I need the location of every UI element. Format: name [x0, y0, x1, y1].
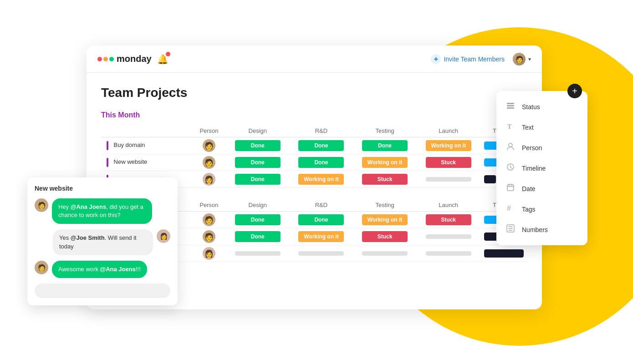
- chat-bubble: Yes @Joe Smith. Will send it today: [53, 229, 153, 255]
- row-person: 🧑: [192, 137, 226, 154]
- row-person: 👩: [192, 171, 226, 188]
- status-badge-launch: Working on it: [426, 140, 471, 151]
- status-badge-testing: [362, 251, 408, 256]
- chat-messages: 🧑 Hey @Ana Joens, did you get a chance t…: [35, 198, 170, 278]
- text-icon: T: [505, 121, 516, 133]
- col-launch: Launch: [417, 125, 480, 137]
- user-avatar-face: 🧑: [513, 53, 526, 66]
- row-timeline: [480, 245, 527, 262]
- logo-dot-red: [97, 57, 102, 61]
- row-indicator: [107, 158, 108, 167]
- svg-text:#: #: [507, 204, 511, 212]
- col2-design: Design: [226, 199, 290, 212]
- chat-bubble: Awesome work @Ana Joens!!!: [52, 261, 147, 278]
- chevron-down-icon: ▾: [528, 56, 531, 62]
- row-launch: Stuck: [417, 154, 480, 171]
- row-rd: Done: [290, 137, 353, 154]
- col-testing: Testing: [353, 125, 417, 137]
- row-rd: Working on it: [290, 228, 353, 245]
- chat-panel: New website 🧑 Hey @Ana Joens, did you ge…: [27, 177, 178, 305]
- row-design: Done: [226, 171, 290, 188]
- invite-label: Invite Team Members: [444, 56, 505, 63]
- monday-logo: monday: [97, 54, 152, 64]
- bell-icon-wrap[interactable]: 🔔: [157, 54, 168, 65]
- row-testing: Done: [353, 137, 417, 154]
- col2-launch: Launch: [417, 199, 480, 212]
- status-badge-rd: Done: [298, 140, 344, 151]
- svg-text:T: T: [507, 123, 512, 130]
- row-design: Done: [226, 137, 290, 154]
- row-launch: Working on it: [417, 137, 480, 154]
- svg-rect-2: [507, 107, 514, 109]
- row-person: 👩: [192, 245, 226, 262]
- row-rd: [290, 245, 353, 262]
- chat-avatar: 🧑: [35, 198, 48, 212]
- chat-message: 🧑 Awesome work @Ana Joens!!!: [35, 261, 170, 278]
- logo-area: monday 🔔: [97, 54, 168, 65]
- person-avatar: 👩: [203, 173, 215, 186]
- svg-point-4: [509, 143, 512, 147]
- bell-badge: [166, 52, 170, 56]
- table-header-row: Person Design R&D Testing Launch Timelin…: [101, 125, 527, 137]
- date-icon: [505, 183, 516, 194]
- row-rd: Working on it: [290, 171, 353, 188]
- menu-item-text[interactable]: T Text: [496, 117, 587, 137]
- row-design: Done: [226, 212, 290, 228]
- menu-label-person: Person: [522, 144, 542, 152]
- timeline-icon: [505, 162, 516, 174]
- person-icon: [505, 142, 516, 153]
- status-badge-design: Done: [235, 214, 281, 225]
- col2-person: Person: [192, 199, 226, 212]
- row-launch: [417, 245, 480, 262]
- person-avatar: 👩: [203, 247, 215, 260]
- row-testing: Working on it: [353, 212, 417, 228]
- person-avatar: 🧑: [203, 139, 215, 152]
- menu-label-tags: Tags: [522, 206, 536, 213]
- menu-item-status[interactable]: Status: [496, 96, 587, 117]
- row-rd: Done: [290, 212, 353, 228]
- context-menu-plus-icon[interactable]: +: [567, 84, 582, 98]
- status-badge-rd: [298, 251, 344, 256]
- menu-item-person[interactable]: Person: [496, 137, 587, 158]
- chat-input[interactable]: [35, 283, 170, 298]
- row-person: 🧑: [192, 228, 226, 245]
- context-menu-items: Status T Text Person Timeline Date # Tag…: [496, 96, 587, 240]
- timeline-bar: [484, 175, 496, 183]
- status-badge-launch: [426, 177, 471, 182]
- invite-plus-icon: +: [431, 54, 441, 64]
- page-title: Team Projects: [101, 86, 527, 100]
- menu-item-tags[interactable]: # Tags: [496, 199, 587, 219]
- status-badge-design: [235, 251, 281, 256]
- status-badge-testing: Working on it: [362, 157, 408, 168]
- menu-item-timeline[interactable]: Timeline: [496, 158, 587, 178]
- user-avatar: 🧑: [512, 52, 526, 66]
- svg-rect-1: [507, 105, 514, 106]
- status-badge-launch: Stuck: [426, 157, 471, 168]
- row-indicator: [107, 141, 108, 150]
- col-person: Person: [192, 125, 226, 137]
- row-name: New website: [101, 154, 192, 171]
- row-launch: [417, 228, 480, 245]
- status-badge-testing: Stuck: [362, 174, 408, 185]
- status-badge-launch: Stuck: [426, 214, 471, 225]
- col2-testing: Testing: [353, 199, 417, 212]
- row-testing: Stuck: [353, 171, 417, 188]
- row-name: Buy domain: [101, 137, 192, 154]
- invite-team-button[interactable]: + Invite Team Members: [431, 54, 505, 64]
- context-menu: + Status T Text Person Timeline Date # T…: [496, 91, 587, 245]
- table-row: New website 🧑 Done Done Working on it St…: [101, 154, 527, 171]
- avatar-group[interactable]: 🧑 ▾: [512, 52, 531, 66]
- svg-rect-6: [507, 185, 514, 191]
- svg-rect-0: [507, 103, 514, 104]
- menu-item-numbers[interactable]: Numbers: [496, 219, 587, 240]
- row-testing: Stuck: [353, 228, 417, 245]
- row-person: 🧑: [192, 212, 226, 228]
- menu-item-date[interactable]: Date: [496, 178, 587, 199]
- status-badge-rd: Working on it: [298, 231, 344, 242]
- status-badge-testing: Working on it: [362, 214, 408, 225]
- row-rd: Done: [290, 154, 353, 171]
- col2-rd: R&D: [290, 199, 353, 212]
- menu-label-text: Text: [522, 124, 534, 131]
- chat-avatar: 👩: [157, 229, 170, 243]
- status-icon: [505, 101, 516, 112]
